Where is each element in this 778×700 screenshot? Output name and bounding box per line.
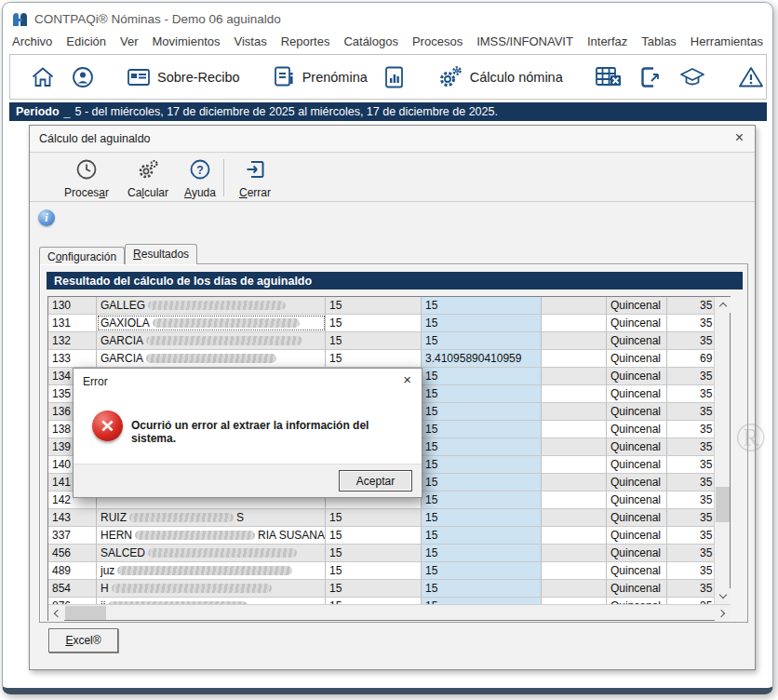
user-button[interactable]: [71, 65, 95, 89]
cell-code: 489: [48, 562, 97, 579]
titlebar: CONTPAQi® Nóminas - Demo 06 aguinaldo: [12, 9, 281, 28]
warning-triangle-icon: [738, 65, 764, 89]
redacted-name: [146, 336, 302, 345]
table-row[interactable]: 132 GARCIA 15 15 Quincenal 35: [48, 332, 714, 350]
cell-periodicidad: Quincenal: [607, 474, 667, 491]
cell-periodicidad: Quincenal: [607, 580, 667, 597]
cell-empty: [542, 491, 607, 508]
clock-icon: [75, 158, 98, 181]
home-button[interactable]: [31, 65, 55, 89]
cell-total: 35: [667, 438, 714, 455]
tab-resultados[interactable]: Resultados: [125, 244, 197, 264]
tab-configuracion[interactable]: Configuración: [39, 247, 125, 264]
vertical-scroll-thumb[interactable]: [716, 487, 730, 522]
cell-name[interactable]: GARCIA: [97, 350, 326, 367]
cell-name[interactable]: ij: [97, 598, 326, 604]
menu-item-herramientas[interactable]: Herramientas: [691, 34, 763, 48]
ayuda-button[interactable]: ? Ayuda: [179, 158, 221, 199]
excel-button[interactable]: Excel®: [48, 628, 118, 653]
cell-total: 35: [667, 403, 714, 420]
scroll-down-arrow[interactable]: [715, 588, 731, 604]
excel-export-button[interactable]: [595, 65, 623, 89]
cell-periodicidad: Quincenal: [607, 562, 667, 579]
cell-periodicidad: Quincenal: [607, 438, 667, 455]
sobre-recibo-button[interactable]: Sobre-Recibo: [127, 67, 240, 88]
cell-dias-2: 15: [422, 438, 542, 455]
table-row[interactable]: 337 HERNRIA SUSANA 15 15 Quincenal 35: [48, 527, 714, 545]
registered-watermark: ®: [735, 414, 766, 462]
calculo-nomina-button[interactable]: Cálculo nómina: [437, 64, 563, 90]
prenomina-button[interactable]: Prenómina: [272, 65, 368, 89]
aceptar-button[interactable]: Aceptar: [339, 470, 412, 491]
cell-name[interactable]: HERNRIA SUSANA: [97, 527, 326, 544]
table-row[interactable]: 854 H 15 15 Quincenal 35: [48, 580, 714, 598]
table-row[interactable]: 489 juz 15 15 Quincenal 35: [48, 562, 714, 580]
cell-dias-2: 15: [422, 403, 542, 420]
aguinaldo-close-button[interactable]: ×: [735, 129, 744, 146]
redacted-name: [148, 301, 286, 310]
menu-item-ver[interactable]: Ver: [120, 34, 139, 48]
report-button[interactable]: [383, 65, 406, 89]
cell-dias-2: 15: [422, 315, 542, 331]
cell-dias-1: 15: [326, 509, 422, 526]
menu-item-movimientos[interactable]: Movimientos: [153, 34, 221, 48]
menu-item-vistas[interactable]: Vistas: [234, 34, 266, 48]
cell-name[interactable]: GAXIOLA: [97, 315, 326, 331]
cell-empty: [542, 315, 607, 331]
table-row[interactable]: 130 GALLEG 15 15 Quincenal 35: [48, 297, 714, 315]
cell-code: 132: [48, 332, 97, 349]
results-tabs: Configuración Resultados: [39, 244, 197, 264]
horizontal-scrollbar[interactable]: [48, 604, 731, 620]
cell-dias-1: 15: [326, 297, 422, 314]
menu-item-archivo[interactable]: Archivo: [12, 34, 52, 48]
main-toolbar: Sobre-Recibo Prenómina: [9, 54, 767, 100]
redacted-name: [135, 531, 255, 540]
table-row[interactable]: 143 RUIZS 15 15 Quincenal 35: [48, 509, 714, 527]
procesar-button[interactable]: Procesar: [56, 158, 117, 199]
exit-door-icon: [638, 65, 663, 89]
menu-item-procesos[interactable]: Procesos: [412, 34, 463, 48]
table-row[interactable]: 876 ij 15 15 Quincenal 35: [48, 598, 714, 604]
menu-item-interfaz[interactable]: Interfaz: [587, 34, 627, 48]
scroll-right-arrow[interactable]: [715, 605, 731, 621]
cell-name[interactable]: GARCIA: [97, 332, 326, 349]
cell-dias-2: 15: [422, 385, 542, 402]
menu-item-edici-n[interactable]: Edición: [66, 34, 106, 48]
calcular-button[interactable]: Calcular: [117, 158, 179, 199]
cell-name[interactable]: GALLEG: [97, 297, 326, 314]
menu-item-reportes[interactable]: Reportes: [281, 34, 330, 48]
table-row[interactable]: 133 GARCIA 15 3.41095890410959 Quincenal…: [48, 350, 714, 368]
menu-item-cat-logos[interactable]: Catálogos: [343, 34, 398, 48]
error-message: Ocurrió un error al extraer la informaci…: [131, 419, 401, 445]
cell-dias-1: 15: [326, 350, 422, 367]
menu-item-imss-infonavit[interactable]: IMSS/INFONAVIT: [476, 34, 573, 48]
periodo-text: 5 - del miércoles, 17 de diciembre de 20…: [75, 105, 498, 118]
redacted-name: [146, 354, 276, 363]
warnings-button[interactable]: [738, 65, 764, 89]
error-close-button[interactable]: ×: [403, 371, 411, 387]
periodo-bar[interactable]: Periodo _ 5 - del miércoles, 17 de dicie…: [9, 102, 767, 121]
training-button[interactable]: [678, 65, 706, 89]
cell-name[interactable]: SALCED: [97, 545, 326, 561]
error-dialog-title: Error: [83, 375, 108, 388]
scroll-left-arrow[interactable]: [48, 605, 64, 621]
cell-name[interactable]: RUIZS: [97, 509, 326, 526]
menu-item-tablas[interactable]: Tablas: [641, 34, 677, 48]
app-window: CONTPAQi® Nóminas - Demo 06 aguinaldo Ar…: [2, 2, 773, 694]
table-row[interactable]: 456 SALCED 15 15 Quincenal 35: [48, 545, 714, 562]
table-row[interactable]: 131 GAXIOLA 15 15 Quincenal 35: [48, 315, 714, 332]
cell-name[interactable]: H: [97, 580, 326, 597]
periodo-label: Periodo: [16, 105, 60, 118]
excel-table-icon: [595, 65, 623, 89]
cell-dias-2: 15: [422, 297, 542, 314]
cell-dias-1: 15: [326, 580, 422, 597]
horizontal-scroll-thumb[interactable]: [65, 606, 106, 620]
cell-name[interactable]: juz: [97, 562, 326, 579]
cerrar-button[interactable]: Cerrar: [231, 158, 279, 199]
prenomina-label: Prenómina: [302, 70, 368, 85]
vertical-scrollbar[interactable]: [714, 297, 730, 604]
scroll-up-arrow[interactable]: [715, 297, 731, 313]
redacted-name: [153, 318, 300, 328]
assign-button[interactable]: [638, 65, 663, 89]
cell-empty: [542, 438, 607, 455]
